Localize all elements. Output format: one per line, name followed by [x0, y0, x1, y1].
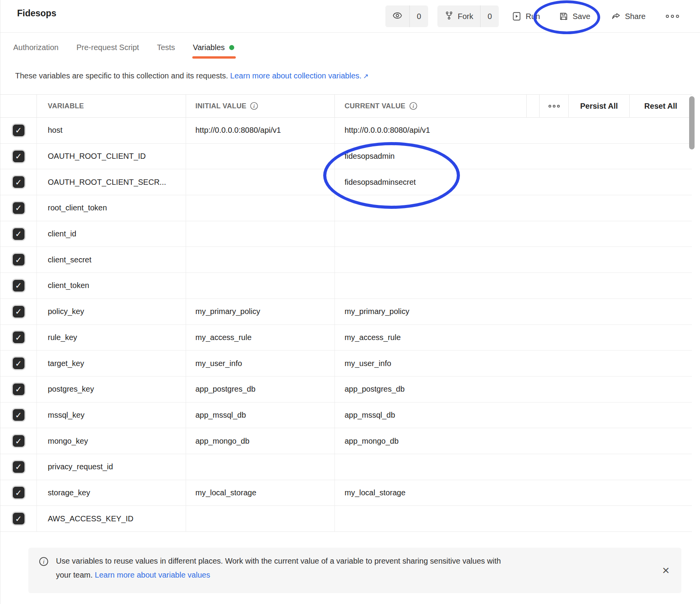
- checkmark-icon: ✓: [15, 333, 22, 342]
- row-checkbox[interactable]: ✓: [13, 435, 24, 447]
- table-row: ✓ policy_key my_primary_policy my_primar…: [0, 299, 692, 325]
- current-value-cell[interactable]: my_local_storage: [335, 480, 692, 506]
- current-value-cell[interactable]: my_user_info: [335, 351, 692, 376]
- current-value-cell[interactable]: [335, 506, 692, 531]
- current-value-cell[interactable]: fidesopsadminsecret: [335, 169, 692, 195]
- initial-value-cell[interactable]: [186, 169, 335, 195]
- variable-name-cell[interactable]: postgres_key: [37, 377, 186, 402]
- row-checkbox[interactable]: ✓: [13, 254, 24, 266]
- variable-name-cell[interactable]: policy_key: [37, 299, 186, 325]
- current-value-cell[interactable]: [335, 273, 692, 299]
- reset-all-button[interactable]: Reset All: [630, 95, 692, 117]
- watch-count[interactable]: 0: [409, 5, 428, 27]
- variable-name-cell[interactable]: mssql_key: [37, 403, 186, 428]
- initial-value-cell[interactable]: http://0.0.0.0:8080/api/v1: [186, 118, 335, 143]
- row-checkbox[interactable]: ✓: [13, 513, 24, 524]
- info-icon[interactable]: i: [409, 102, 418, 110]
- current-value-cell[interactable]: fidesopsadmin: [335, 144, 692, 169]
- initial-value-cell[interactable]: my_user_info: [186, 351, 335, 376]
- table-header-row: VARIABLE INITIAL VALUE i CURRENT VALUE i…: [0, 94, 692, 118]
- row-checkbox[interactable]: ✓: [13, 409, 24, 421]
- row-checkbox[interactable]: ✓: [13, 358, 24, 369]
- initial-value-cell[interactable]: my_local_storage: [186, 480, 335, 506]
- row-checkbox[interactable]: ✓: [13, 280, 24, 292]
- dot-icon: [676, 15, 679, 18]
- checkmark-icon: ✓: [15, 359, 22, 368]
- row-checkbox[interactable]: ✓: [13, 487, 24, 498]
- initial-value-cell[interactable]: [186, 144, 335, 169]
- fork-count[interactable]: 0: [480, 5, 499, 27]
- initial-value-cell[interactable]: [186, 195, 335, 221]
- variable-name-cell[interactable]: client_secret: [37, 247, 186, 272]
- variable-name-cell[interactable]: OAUTH_ROOT_CLIENT_ID: [37, 144, 186, 169]
- row-checkbox[interactable]: ✓: [13, 151, 24, 162]
- info-icon[interactable]: i: [250, 102, 258, 110]
- variable-name-cell[interactable]: host: [37, 118, 186, 143]
- variable-name-cell[interactable]: client_id: [37, 221, 186, 247]
- tab-variables[interactable]: Variables: [193, 33, 234, 62]
- variable-name-cell[interactable]: client_token: [37, 273, 186, 299]
- current-value-cell[interactable]: [335, 247, 692, 272]
- variable-values-link[interactable]: Learn more about variable values: [95, 571, 210, 579]
- variable-name-cell[interactable]: OAUTH_ROOT_CLIENT_SECR...: [37, 169, 186, 195]
- variable-name-cell[interactable]: storage_key: [37, 480, 186, 506]
- row-checkbox[interactable]: ✓: [13, 125, 24, 136]
- row-checkbox[interactable]: ✓: [13, 461, 24, 473]
- tab-tests[interactable]: Tests: [157, 33, 175, 62]
- initial-value-cell[interactable]: [186, 247, 335, 272]
- tab-authorization[interactable]: Authorization: [13, 33, 59, 62]
- save-button[interactable]: Save: [559, 11, 590, 21]
- share-button[interactable]: Share: [611, 11, 646, 21]
- initial-value-cell[interactable]: my_primary_policy: [186, 299, 335, 325]
- eye-icon: [392, 10, 402, 22]
- toolbar: 0 Fork 0: [385, 0, 679, 33]
- initial-value-cell[interactable]: app_mongo_db: [186, 428, 335, 454]
- banner-close-button[interactable]: ×: [650, 548, 681, 593]
- variable-name-cell[interactable]: privacy_request_id: [37, 454, 186, 480]
- persist-all-button[interactable]: Persist All: [569, 95, 630, 117]
- initial-value-cell[interactable]: my_access_rule: [186, 325, 335, 351]
- current-value-cell[interactable]: [335, 195, 692, 221]
- checkmark-icon: ✓: [15, 385, 22, 393]
- row-checkbox[interactable]: ✓: [13, 306, 24, 318]
- variable-name-cell[interactable]: AWS_ACCESS_KEY_ID: [37, 506, 186, 531]
- current-value-cell[interactable]: [335, 221, 692, 247]
- table-more-options-button[interactable]: [540, 95, 569, 117]
- variable-name-cell[interactable]: rule_key: [37, 325, 186, 351]
- row-checkbox[interactable]: ✓: [13, 228, 24, 240]
- current-value-cell[interactable]: my_access_rule: [335, 325, 692, 351]
- banner-text: Use variables to reuse values in differe…: [56, 554, 650, 593]
- current-value-cell[interactable]: [335, 454, 692, 480]
- current-value-cell[interactable]: app_postgres_db: [335, 377, 692, 402]
- table-row: ✓ root_client_token: [0, 195, 692, 221]
- row-checkbox[interactable]: ✓: [13, 176, 24, 188]
- initial-value-cell[interactable]: [186, 273, 335, 299]
- row-checkbox[interactable]: ✓: [13, 202, 24, 214]
- current-value-cell[interactable]: app_mssql_db: [335, 403, 692, 428]
- current-value-cell[interactable]: app_mongo_db: [335, 428, 692, 454]
- initial-value-cell[interactable]: app_mssql_db: [186, 403, 335, 428]
- info-icon: i: [39, 557, 49, 593]
- initial-value-cell[interactable]: [186, 506, 335, 531]
- vertical-scrollbar-thumb[interactable]: [689, 96, 695, 149]
- fork-button[interactable]: Fork: [437, 5, 480, 27]
- more-options-button[interactable]: [666, 15, 679, 18]
- tab-pre-request-script[interactable]: Pre-request Script: [77, 33, 139, 62]
- run-button[interactable]: Run: [512, 11, 540, 21]
- dot-icon: [671, 15, 674, 18]
- row-checkbox[interactable]: ✓: [13, 384, 24, 395]
- variable-name-cell[interactable]: root_client_token: [37, 195, 186, 221]
- row-checkbox[interactable]: ✓: [13, 332, 24, 343]
- variable-name-cell[interactable]: target_key: [37, 351, 186, 376]
- initial-value-cell[interactable]: [186, 221, 335, 247]
- watch-button[interactable]: [385, 5, 409, 27]
- current-value-cell[interactable]: my_primary_policy: [335, 299, 692, 325]
- variable-name-cell[interactable]: mongo_key: [37, 428, 186, 454]
- checkmark-icon: ✓: [15, 463, 22, 471]
- table-row: ✓ storage_key my_local_storage my_local_…: [0, 480, 692, 506]
- initial-value-cell[interactable]: app_postgres_db: [186, 377, 335, 402]
- current-value-cell[interactable]: http://0.0.0.0:8080/api/v1: [335, 118, 692, 143]
- external-link-icon: ↗: [363, 73, 369, 80]
- collection-variables-link[interactable]: Learn more about collection variables.: [230, 71, 362, 80]
- initial-value-cell[interactable]: [186, 454, 335, 480]
